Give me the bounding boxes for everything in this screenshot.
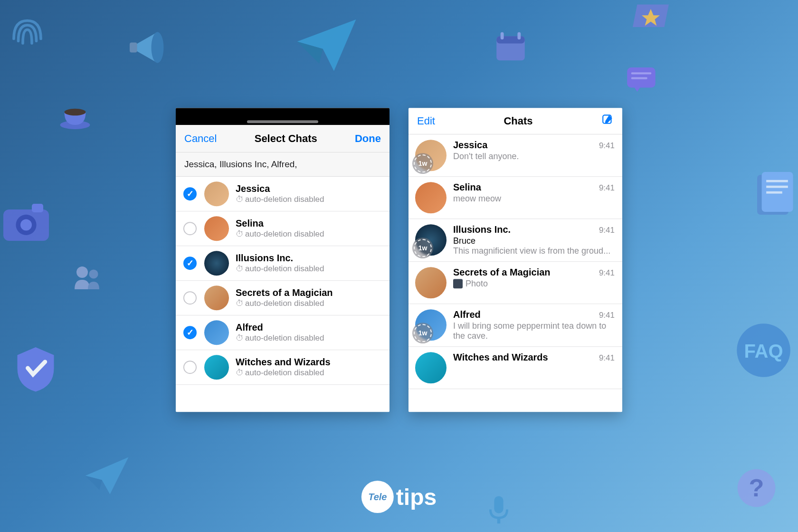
chat-name: Jessica bbox=[236, 183, 383, 194]
timer-icon: ⏱ bbox=[236, 264, 244, 273]
svg-text:?: ? bbox=[749, 474, 764, 502]
tips-text: tips bbox=[396, 484, 437, 510]
auto-delete-badge: 1w bbox=[412, 238, 433, 258]
star-plate-icon bbox=[622, 0, 679, 45]
svg-rect-5 bbox=[517, 32, 521, 39]
chat-row-text: Secrets of a Magician ⏱auto-deletion dis… bbox=[236, 287, 383, 308]
select-checkbox[interactable] bbox=[183, 222, 197, 235]
select-checkbox[interactable] bbox=[183, 187, 197, 200]
paper-plane-icon bbox=[285, 5, 368, 78]
paper-plane-2-icon bbox=[74, 442, 140, 504]
select-chats-header: Cancel Select Chats Done bbox=[176, 125, 390, 152]
chat-row[interactable]: Secrets of a Magician 9:41 Photo bbox=[408, 262, 622, 304]
chat-name: Secrets of a Magician bbox=[453, 267, 551, 278]
chat-name: Witches and Wizards bbox=[236, 357, 383, 368]
select-chat-row[interactable]: Alfred ⏱auto-deletion disabled bbox=[176, 315, 390, 350]
chat-avatar bbox=[204, 181, 229, 206]
auto-delete-badge: 1w bbox=[412, 153, 433, 174]
select-chat-row[interactable]: Illusions Inc. ⏱auto-deletion disabled bbox=[176, 246, 390, 281]
chat-time: 9:41 bbox=[599, 226, 615, 235]
teletips-logo: Tele tips bbox=[361, 481, 437, 513]
chat-row[interactable]: Witches and Wizards 9:41 bbox=[408, 347, 622, 389]
sheet-grabber[interactable] bbox=[247, 120, 318, 123]
question-mark-icon: ? bbox=[734, 466, 779, 511]
chat-row-text: Illusions Inc. ⏱auto-deletion disabled bbox=[236, 253, 383, 274]
chat-message-preview: Photo bbox=[453, 279, 615, 289]
calendar-icon bbox=[489, 26, 532, 66]
chat-row[interactable]: 1w Alfred 9:41 I will bring some pepperm… bbox=[408, 304, 622, 347]
compose-icon bbox=[601, 114, 614, 126]
select-checkbox[interactable] bbox=[183, 326, 197, 339]
fingerprint-icon bbox=[5, 7, 50, 52]
tele-badge: Tele bbox=[361, 481, 394, 513]
chat-name: Witches and Wizards bbox=[453, 352, 548, 363]
chat-time: 9:41 bbox=[599, 141, 615, 151]
chat-name: Secrets of a Magician bbox=[236, 287, 383, 298]
chat-subtitle: ⏱auto-deletion disabled bbox=[236, 229, 383, 239]
chat-avatar: 1w bbox=[415, 309, 446, 341]
chat-avatar bbox=[204, 216, 229, 241]
edit-button[interactable]: Edit bbox=[417, 115, 435, 127]
chat-bubble-icon bbox=[618, 59, 665, 100]
select-chats-title: Select Chats bbox=[255, 133, 317, 145]
chat-avatar bbox=[204, 355, 229, 380]
chat-content: Witches and Wizards 9:41 bbox=[453, 352, 615, 363]
select-checkbox[interactable] bbox=[183, 291, 197, 304]
chats-screen: Edit Chats 1w Jessica 9:41 Don't tell an… bbox=[408, 108, 622, 412]
selected-summary-field[interactable]: Jessica, Illusions Inc, Alfred, bbox=[176, 152, 390, 177]
microphone-icon bbox=[480, 489, 518, 530]
select-chat-row[interactable]: Jessica ⏱auto-deletion disabled bbox=[176, 177, 390, 211]
timer-icon: ⏱ bbox=[236, 195, 244, 204]
done-button[interactable]: Done bbox=[355, 133, 381, 145]
auto-delete-badge: 1w bbox=[412, 323, 433, 343]
timer-icon: ⏱ bbox=[236, 333, 244, 342]
screenshots-row: Cancel Select Chats Done Jessica, Illusi… bbox=[176, 108, 622, 412]
chats-header: Edit Chats bbox=[408, 108, 622, 134]
svg-point-20 bbox=[76, 266, 88, 278]
chat-time: 9:41 bbox=[599, 268, 615, 278]
svg-rect-26 bbox=[494, 496, 503, 513]
chat-row-text: Jessica ⏱auto-deletion disabled bbox=[236, 183, 383, 204]
chat-row-text: Witches and Wizards ⏱auto-deletion disab… bbox=[236, 357, 383, 378]
select-chats-screen: Cancel Select Chats Done Jessica, Illusi… bbox=[176, 108, 390, 412]
chat-subtitle: ⏱auto-deletion disabled bbox=[236, 195, 383, 204]
svg-point-18 bbox=[20, 219, 32, 230]
timer-icon: ⏱ bbox=[236, 368, 244, 377]
select-checkbox[interactable] bbox=[183, 361, 197, 374]
users-icon bbox=[66, 259, 109, 297]
chat-message-preview: I will bring some peppermint tea down to… bbox=[453, 321, 615, 341]
cup-icon bbox=[55, 95, 100, 138]
chat-message-preview: meow meow bbox=[453, 194, 615, 204]
chat-avatar bbox=[415, 182, 446, 213]
svg-point-21 bbox=[89, 269, 98, 278]
select-checkbox[interactable] bbox=[183, 256, 197, 270]
chat-message-preview: Don't tell anyone. bbox=[453, 152, 615, 162]
document-icon bbox=[746, 164, 798, 226]
compose-button[interactable] bbox=[601, 114, 614, 129]
faq-icon: FAQ bbox=[734, 321, 793, 380]
select-chat-row[interactable]: Secrets of a Magician ⏱auto-deletion dis… bbox=[176, 281, 390, 315]
chat-row[interactable]: 1w Jessica 9:41 Don't tell anyone. bbox=[408, 134, 622, 177]
chat-name: Selina bbox=[236, 218, 383, 229]
chat-avatar bbox=[204, 251, 229, 276]
svg-rect-8 bbox=[631, 77, 647, 79]
select-chat-row[interactable]: Witches and Wizards ⏱auto-deletion disab… bbox=[176, 350, 390, 385]
chat-name: Alfred bbox=[453, 309, 481, 320]
chat-time: 9:41 bbox=[599, 183, 615, 193]
svg-rect-19 bbox=[32, 204, 43, 212]
select-chat-row[interactable]: Selina ⏱auto-deletion disabled bbox=[176, 211, 390, 246]
cancel-button[interactable]: Cancel bbox=[184, 133, 217, 145]
chat-time: 9:41 bbox=[599, 311, 615, 320]
chat-avatar bbox=[204, 285, 229, 310]
chat-row[interactable]: Selina 9:41 meow meow bbox=[408, 177, 622, 219]
svg-rect-27 bbox=[497, 518, 500, 523]
svg-rect-4 bbox=[501, 32, 504, 39]
chat-row[interactable]: 1w Illusions Inc. 9:41 BruceThis magnifi… bbox=[408, 219, 622, 262]
chat-avatar bbox=[415, 352, 446, 383]
timer-icon: ⏱ bbox=[236, 299, 244, 308]
chat-name: Alfred bbox=[236, 322, 383, 333]
chat-avatar bbox=[204, 320, 229, 345]
camera-icon bbox=[0, 192, 55, 249]
chat-subtitle: ⏱auto-deletion disabled bbox=[236, 264, 383, 274]
chat-name: Illusions Inc. bbox=[453, 224, 511, 235]
